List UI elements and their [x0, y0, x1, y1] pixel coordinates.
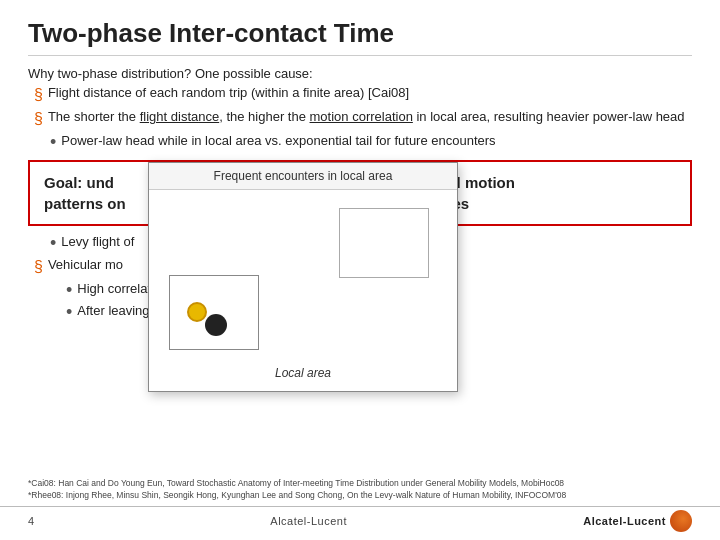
vehicular-sym: § — [34, 257, 43, 278]
after-leaving-sym: • — [66, 303, 72, 323]
footnote-2: *Rhee08: Injong Rhee, Minsu Shin, Seongi… — [28, 490, 566, 502]
popup-body: Local area — [149, 190, 457, 388]
footer-bar: 4 Alcatel-Lucent Alcatel-Lucent — [0, 506, 720, 532]
alcatel-lucent-logo — [670, 510, 692, 532]
footer: *Cai08: Han Cai and Do Young Eun, Toward… — [0, 478, 720, 532]
bullet-sym-2: § — [34, 109, 43, 130]
intro-text: Why two-phase distribution? One possible… — [28, 66, 692, 81]
popup-dot-yellow — [187, 302, 207, 322]
popup-dot-black — [205, 314, 227, 336]
footnote-1: *Cai08: Han Cai and Do Young Eun, Toward… — [28, 478, 566, 490]
bullet-2-sub: • Power-law head while in local area vs.… — [28, 133, 692, 153]
footer-logo: Alcatel-Lucent — [583, 510, 692, 532]
flight-distance-text: flight distance — [140, 109, 220, 124]
popup-small-area — [169, 275, 259, 350]
bullet-sym-2sub: • — [50, 133, 56, 153]
popup-label: Local area — [275, 366, 331, 380]
levy-bullet-sym: • — [50, 234, 56, 254]
bullet-2-sub-text: Power-law head while in local area vs. e… — [61, 133, 495, 148]
footnotes: *Cai08: Han Cai and Do Young Eun, Toward… — [0, 478, 566, 502]
slide-title: Two-phase Inter-contact Time — [28, 18, 692, 56]
popup-overlay: Frequent encounters in local area Local … — [148, 162, 458, 392]
bullet-1-text: Flight distance of each random trip (wit… — [48, 85, 409, 100]
bullet-sym-1: § — [34, 85, 43, 106]
high-corr-sym: • — [66, 281, 72, 301]
bullet-2-text: The shorter the flight distance, the hig… — [48, 109, 685, 124]
motion-correlation-text: motion correlation — [310, 109, 413, 124]
slide: Two-phase Inter-contact Time Why two-pha… — [0, 0, 720, 540]
footer-page: 4 — [28, 515, 34, 527]
popup-large-area — [339, 208, 429, 278]
footer-brand-right: Alcatel-Lucent — [583, 515, 666, 527]
bullet-1: § Flight distance of each random trip (w… — [28, 85, 692, 106]
popup-header: Frequent encounters in local area — [149, 163, 457, 190]
footer-brand-center: Alcatel-Lucent — [270, 515, 347, 527]
bullet-2: § The shorter the flight distance, the h… — [28, 109, 692, 130]
